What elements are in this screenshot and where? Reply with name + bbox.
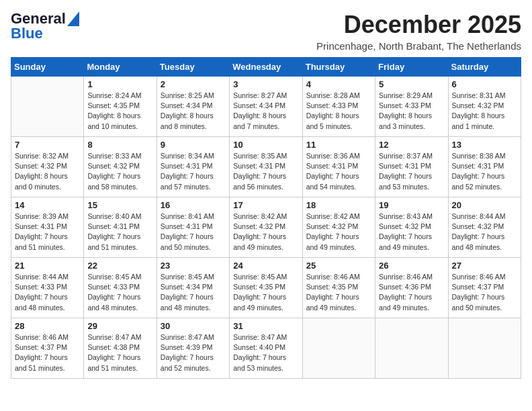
day-number: 13 [452,140,517,150]
day-number: 18 [306,200,371,210]
calendar-cell: 31Sunrise: 8:47 AMSunset: 4:40 PMDayligh… [230,318,302,379]
calendar-table: SundayMondayTuesdayWednesdayThursdayFrid… [11,57,521,379]
day-info: Sunrise: 8:27 AMSunset: 4:34 PMDaylight:… [233,91,298,132]
logo: General Blue [11,11,79,42]
day-info: Sunrise: 8:39 AMSunset: 4:31 PMDaylight:… [15,212,80,253]
day-info: Sunrise: 8:40 AMSunset: 4:31 PMDaylight:… [87,212,152,253]
weekday-header-wednesday: Wednesday [230,58,302,77]
calendar-cell: 6Sunrise: 8:31 AMSunset: 4:32 PMDaylight… [448,77,521,137]
day-info: Sunrise: 8:32 AMSunset: 4:32 PMDaylight:… [15,151,80,192]
day-info: Sunrise: 8:28 AMSunset: 4:33 PMDaylight:… [306,91,371,132]
day-number: 17 [233,200,298,210]
calendar-cell: 27Sunrise: 8:46 AMSunset: 4:37 PMDayligh… [448,258,521,318]
day-number: 25 [306,261,371,271]
calendar-cell: 3Sunrise: 8:27 AMSunset: 4:34 PMDaylight… [230,77,302,137]
day-info: Sunrise: 8:45 AMSunset: 4:33 PMDaylight:… [87,272,152,313]
calendar-week-row: 1Sunrise: 8:24 AMSunset: 4:35 PMDaylight… [11,77,521,137]
calendar-cell: 19Sunrise: 8:43 AMSunset: 4:32 PMDayligh… [375,197,448,258]
calendar-cell: 16Sunrise: 8:41 AMSunset: 4:31 PMDayligh… [157,197,229,258]
day-info: Sunrise: 8:44 AMSunset: 4:33 PMDaylight:… [15,272,80,313]
day-info: Sunrise: 8:38 AMSunset: 4:31 PMDaylight:… [452,151,517,192]
day-number: 12 [379,140,444,150]
calendar-cell: 20Sunrise: 8:44 AMSunset: 4:32 PMDayligh… [448,197,521,258]
calendar-cell: 13Sunrise: 8:38 AMSunset: 4:31 PMDayligh… [448,137,521,197]
day-number: 24 [233,261,298,271]
weekday-header-friday: Friday [375,58,448,77]
day-number: 5 [379,79,444,89]
day-number: 29 [87,321,152,331]
day-number: 21 [15,261,80,271]
day-number: 23 [161,261,226,271]
calendar-cell: 1Sunrise: 8:24 AMSunset: 4:35 PMDaylight… [84,77,157,137]
calendar-cell: 23Sunrise: 8:45 AMSunset: 4:34 PMDayligh… [157,258,229,318]
day-number: 2 [161,79,226,89]
day-info: Sunrise: 8:47 AMSunset: 4:40 PMDaylight:… [233,332,298,373]
weekday-header-saturday: Saturday [448,58,521,77]
calendar-cell: 15Sunrise: 8:40 AMSunset: 4:31 PMDayligh… [84,197,157,258]
calendar-cell: 8Sunrise: 8:33 AMSunset: 4:32 PMDaylight… [84,137,157,197]
weekday-header-monday: Monday [84,58,157,77]
day-info: Sunrise: 8:34 AMSunset: 4:31 PMDaylight:… [161,151,226,192]
day-number: 20 [452,200,517,210]
day-info: Sunrise: 8:29 AMSunset: 4:33 PMDaylight:… [379,91,444,132]
day-number: 11 [306,140,371,150]
page-header: General Blue December 2025 Princenhage, … [11,11,521,52]
calendar-cell: 10Sunrise: 8:35 AMSunset: 4:31 PMDayligh… [230,137,302,197]
day-info: Sunrise: 8:45 AMSunset: 4:35 PMDaylight:… [233,272,298,313]
day-info: Sunrise: 8:43 AMSunset: 4:32 PMDaylight:… [379,212,444,253]
day-number: 7 [15,140,80,150]
calendar-cell: 12Sunrise: 8:37 AMSunset: 4:31 PMDayligh… [375,137,448,197]
calendar-cell [448,318,521,379]
calendar-week-row: 7Sunrise: 8:32 AMSunset: 4:32 PMDaylight… [11,137,521,197]
subtitle: Princenhage, North Brabant, The Netherla… [316,40,521,52]
day-number: 1 [87,79,152,89]
calendar-cell: 17Sunrise: 8:42 AMSunset: 4:32 PMDayligh… [230,197,302,258]
day-number: 10 [233,140,298,150]
calendar-cell: 11Sunrise: 8:36 AMSunset: 4:31 PMDayligh… [302,137,375,197]
day-info: Sunrise: 8:45 AMSunset: 4:34 PMDaylight:… [161,272,226,313]
weekday-header-tuesday: Tuesday [157,58,229,77]
calendar-cell: 5Sunrise: 8:29 AMSunset: 4:33 PMDaylight… [375,77,448,137]
weekday-header-thursday: Thursday [302,58,375,77]
calendar-cell [375,318,448,379]
calendar-cell [302,318,375,379]
day-info: Sunrise: 8:47 AMSunset: 4:38 PMDaylight:… [87,332,152,373]
day-info: Sunrise: 8:25 AMSunset: 4:34 PMDaylight:… [161,91,226,132]
calendar-week-row: 28Sunrise: 8:46 AMSunset: 4:37 PMDayligh… [11,318,521,379]
day-number: 9 [161,140,226,150]
calendar-cell: 30Sunrise: 8:47 AMSunset: 4:39 PMDayligh… [157,318,229,379]
day-info: Sunrise: 8:46 AMSunset: 4:37 PMDaylight:… [15,332,80,373]
calendar-week-row: 14Sunrise: 8:39 AMSunset: 4:31 PMDayligh… [11,197,521,258]
calendar-cell: 7Sunrise: 8:32 AMSunset: 4:32 PMDaylight… [11,137,84,197]
day-number: 22 [87,261,152,271]
day-info: Sunrise: 8:36 AMSunset: 4:31 PMDaylight:… [306,151,371,192]
day-info: Sunrise: 8:24 AMSunset: 4:35 PMDaylight:… [87,91,152,132]
calendar-cell: 21Sunrise: 8:44 AMSunset: 4:33 PMDayligh… [11,258,84,318]
day-info: Sunrise: 8:33 AMSunset: 4:32 PMDaylight:… [87,151,152,192]
weekday-header-row: SundayMondayTuesdayWednesdayThursdayFrid… [11,58,521,77]
title-block: December 2025 Princenhage, North Brabant… [316,11,521,52]
day-number: 4 [306,79,371,89]
day-info: Sunrise: 8:47 AMSunset: 4:39 PMDaylight:… [161,332,226,373]
day-info: Sunrise: 8:31 AMSunset: 4:32 PMDaylight:… [452,91,517,132]
calendar-week-row: 21Sunrise: 8:44 AMSunset: 4:33 PMDayligh… [11,258,521,318]
day-number: 3 [233,79,298,89]
month-title: December 2025 [316,11,521,39]
day-info: Sunrise: 8:37 AMSunset: 4:31 PMDaylight:… [379,151,444,192]
day-info: Sunrise: 8:46 AMSunset: 4:35 PMDaylight:… [306,272,371,313]
day-number: 19 [379,200,444,210]
calendar-cell: 25Sunrise: 8:46 AMSunset: 4:35 PMDayligh… [302,258,375,318]
svg-marker-0 [67,11,79,26]
day-number: 6 [452,79,517,89]
calendar-cell: 18Sunrise: 8:42 AMSunset: 4:32 PMDayligh… [302,197,375,258]
day-number: 30 [161,321,226,331]
day-info: Sunrise: 8:35 AMSunset: 4:31 PMDaylight:… [233,151,298,192]
day-number: 27 [452,261,517,271]
calendar-cell: 9Sunrise: 8:34 AMSunset: 4:31 PMDaylight… [157,137,229,197]
calendar-cell [11,77,84,137]
day-number: 26 [379,261,444,271]
day-info: Sunrise: 8:42 AMSunset: 4:32 PMDaylight:… [306,212,371,253]
day-info: Sunrise: 8:41 AMSunset: 4:31 PMDaylight:… [161,212,226,253]
calendar-cell: 14Sunrise: 8:39 AMSunset: 4:31 PMDayligh… [11,197,84,258]
calendar-cell: 22Sunrise: 8:45 AMSunset: 4:33 PMDayligh… [84,258,157,318]
